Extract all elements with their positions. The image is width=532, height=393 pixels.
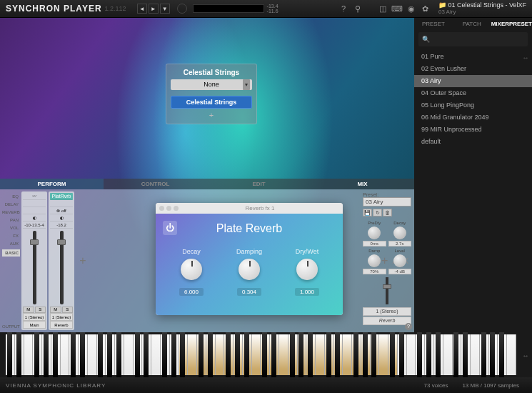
- black-key[interactable]: [426, 332, 431, 377]
- black-key[interactable]: [44, 332, 49, 377]
- reverb-fx-slot[interactable]: PlatRvrb: [50, 193, 73, 200]
- pan-slot[interactable]: ◐: [50, 214, 73, 222]
- knob-damp[interactable]: Damp70%: [363, 249, 386, 274]
- close-icon[interactable]: [159, 206, 164, 211]
- route-select[interactable]: 1 (Stereo): [50, 313, 73, 321]
- delete-icon[interactable]: 🗑: [383, 209, 392, 217]
- eq-slot[interactable]: 〰: [23, 193, 46, 200]
- slot-selector[interactable]: None: [171, 79, 252, 90]
- save-icon[interactable]: 💾: [363, 209, 372, 217]
- tab-preset[interactable]: PRESET: [414, 18, 453, 31]
- black-key[interactable]: [326, 332, 331, 377]
- vol-value[interactable]: -18.2: [50, 222, 73, 229]
- mute-button[interactable]: M: [50, 307, 61, 313]
- black-key[interactable]: [98, 332, 103, 377]
- black-key[interactable]: [226, 332, 231, 377]
- output-name[interactable]: Main: [23, 321, 46, 329]
- preset-item[interactable]: default: [414, 136, 532, 148]
- preset-item[interactable]: 05 Long PingPong: [414, 99, 532, 111]
- route-select[interactable]: 1 (Stereo): [23, 313, 46, 321]
- black-key[interactable]: [298, 332, 303, 377]
- record-button[interactable]: [177, 4, 187, 14]
- white-key[interactable]: [151, 334, 161, 375]
- slot-instrument-button[interactable]: Celestial Strings: [171, 96, 252, 109]
- add-slot-button[interactable]: +: [171, 111, 252, 119]
- fader[interactable]: [50, 229, 73, 307]
- white-key[interactable]: [188, 334, 197, 375]
- black-key[interactable]: [271, 332, 276, 377]
- black-key[interactable]: [80, 332, 85, 377]
- black-key[interactable]: [135, 332, 140, 377]
- preset-item[interactable]: 04 Outer Space: [414, 87, 532, 99]
- black-key[interactable]: [308, 332, 313, 377]
- white-key[interactable]: [279, 334, 288, 375]
- knob-decay2[interactable]: Decay2.7s: [388, 221, 412, 247]
- black-key[interactable]: [417, 332, 422, 377]
- zoom-icon[interactable]: [174, 206, 179, 211]
- tab-perform[interactable]: PERFORM: [0, 179, 104, 189]
- tab-mix[interactable]: MIX: [311, 179, 414, 189]
- location-icon[interactable]: ⚲: [353, 4, 363, 14]
- white-key[interactable]: [343, 334, 352, 375]
- black-key[interactable]: [53, 332, 58, 377]
- black-key[interactable]: [34, 332, 39, 377]
- vol-value[interactable]: -10 -13.5 -4: [23, 222, 46, 229]
- black-key[interactable]: [71, 332, 76, 377]
- black-key[interactable]: [353, 332, 358, 377]
- solo-button[interactable]: S: [62, 307, 74, 313]
- black-key[interactable]: [499, 332, 504, 377]
- white-key[interactable]: [124, 334, 134, 375]
- black-key[interactable]: [199, 332, 204, 377]
- black-key[interactable]: [162, 332, 167, 377]
- knob-damping[interactable]: Damping 0.304: [236, 248, 262, 297]
- black-key[interactable]: [436, 332, 441, 377]
- black-key[interactable]: [116, 332, 121, 377]
- keyboard-icon[interactable]: ⌨: [392, 4, 402, 14]
- refresh-icon[interactable]: ↻: [373, 209, 382, 217]
- black-key[interactable]: [244, 332, 249, 377]
- white-key[interactable]: [88, 334, 97, 375]
- white-key[interactable]: [379, 334, 388, 375]
- fx-titlebar[interactable]: Reverb fx 1: [156, 203, 343, 214]
- preset-item[interactable]: 03 Airy: [414, 75, 532, 87]
- add-channel-button[interactable]: +: [76, 191, 90, 330]
- black-key[interactable]: [390, 332, 395, 377]
- black-key[interactable]: [481, 332, 486, 377]
- output-name[interactable]: Reverb: [363, 317, 411, 325]
- nav-left[interactable]: ◄: [137, 4, 147, 14]
- delay-slot[interactable]: [23, 200, 46, 207]
- preset-item[interactable]: 01 Pure: [414, 51, 532, 63]
- black-key[interactable]: [107, 332, 112, 377]
- black-key[interactable]: [16, 332, 21, 377]
- black-key[interactable]: [399, 332, 404, 377]
- black-key[interactable]: [235, 332, 240, 377]
- white-key[interactable]: [61, 334, 70, 375]
- black-key[interactable]: [490, 332, 495, 377]
- black-key[interactable]: [463, 332, 468, 377]
- tab-mixerpreset[interactable]: MIXERPRESET: [491, 18, 532, 31]
- white-key[interactable]: [216, 334, 225, 375]
- keyboard[interactable]: ↔: [0, 332, 532, 377]
- nav-right[interactable]: ►: [149, 4, 159, 14]
- white-key[interactable]: [316, 334, 325, 375]
- knob-decay[interactable]: Decay 6.000: [179, 248, 204, 297]
- keyboard-scroll-icon[interactable]: ↔: [522, 351, 529, 359]
- black-key[interactable]: [290, 332, 295, 377]
- output-fader[interactable]: [381, 277, 393, 304]
- black-key[interactable]: [363, 332, 368, 377]
- help-icon[interactable]: ?: [338, 4, 348, 14]
- settings-icon[interactable]: ✿: [421, 4, 431, 14]
- output-route[interactable]: 1 (Stereo): [363, 307, 411, 316]
- tab-patch[interactable]: PATCH: [453, 18, 491, 31]
- black-key[interactable]: [335, 332, 340, 377]
- knob-level[interactable]: Level-4 dB: [388, 249, 412, 274]
- black-key[interactable]: [144, 332, 149, 377]
- delay-slot[interactable]: [50, 200, 73, 207]
- preset-item[interactable]: 99 MIR Unprocessed: [414, 124, 532, 136]
- white-key[interactable]: [471, 334, 480, 375]
- white-key[interactable]: [443, 334, 453, 375]
- reverb-slot[interactable]: ⊗ off: [50, 207, 73, 214]
- white-key[interactable]: [407, 334, 416, 375]
- collapse-sidebar-icon[interactable]: ↔: [522, 54, 529, 61]
- preset-selector[interactable]: 03 Airy: [363, 197, 411, 207]
